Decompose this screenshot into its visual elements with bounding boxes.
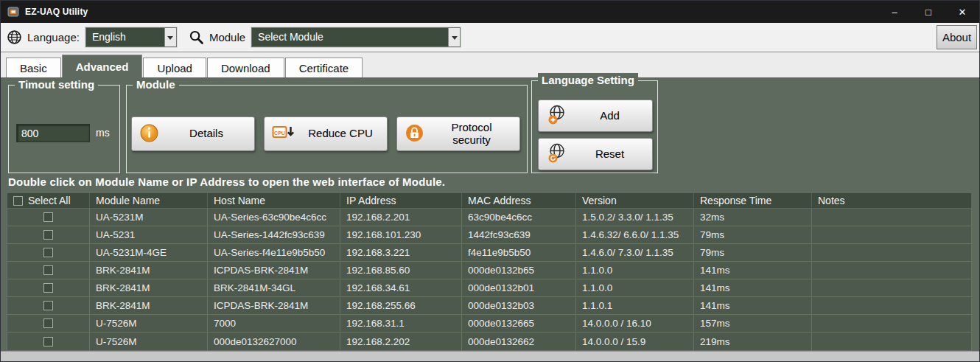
chevron-down-icon [448,28,460,46]
details-button[interactable]: Details [131,116,255,151]
module-name-cell[interactable]: BRK-2841M [90,279,208,296]
timeout-group-title: Timout setting [15,77,98,92]
module-name-cell[interactable]: UA-5231M [90,209,208,226]
mac-address-cell: 000de0132b01 [462,279,576,296]
row-checkbox[interactable] [43,319,53,328]
col-mac-address[interactable]: MAC Address [462,193,576,208]
toolbar: Language: English Module Select Module A… [1,23,979,52]
table-row: BRK-2841M ICPDAS-BRK-2841M 192.168.255.6… [7,297,971,315]
add-language-button-label: Add [575,110,645,122]
module-table-body: UA-5231M UA-Series-63c90be4c6cc 192.168.… [7,209,972,351]
row-checkbox[interactable] [43,248,53,257]
host-name-cell: UA-Series-1442fc93c639 [208,226,340,243]
host-name-cell: ICPDAS-BRK-2841M [208,297,340,314]
response-time-cell: 219ms [694,333,812,350]
response-time-cell: 141ms [694,279,812,296]
module-label: Module [209,31,245,43]
app-window: EZ-UAQ Utility – □ ✕ Language: English [0,0,980,362]
notes-cell [812,226,971,243]
tab-strip: Basic Advanced Upload Download Certifica… [1,52,979,77]
globe-reset-icon [546,142,568,166]
ip-address-cell[interactable]: 192.168.255.66 [340,297,462,314]
tab-advanced[interactable]: Advanced [62,55,143,77]
version-cell: 1.4.6.0/ 7.3.0/ 1.1.35 [576,244,694,261]
col-version[interactable]: Version [576,193,694,208]
row-checkbox[interactable] [43,301,53,310]
col-host-name[interactable]: Host Name [208,193,340,208]
col-notes[interactable]: Notes [812,193,971,208]
app-icon [7,5,20,18]
version-cell: 1.1.0.1 [576,297,694,314]
module-name-cell[interactable]: UA-5231M-4GE [90,244,208,261]
close-button[interactable]: ✕ [945,1,979,23]
table-row: UA-5231M UA-Series-63c90be4c6cc 192.168.… [7,209,971,226]
language-dropdown-value: English [86,28,164,46]
reset-language-button[interactable]: Reset [538,138,653,170]
module-name-cell[interactable]: UA-5231 [90,226,208,243]
table-row: UA-5231 UA-Series-1442fc93c639 192.168.1… [7,226,971,244]
response-time-cell: 141ms [694,297,812,314]
module-name-cell[interactable]: BRK-2841M [90,297,208,314]
tab-upload[interactable]: Upload [143,58,206,77]
timeout-input[interactable] [16,124,90,142]
col-ip-address[interactable]: IP Address [340,193,462,208]
ip-address-cell[interactable]: 192.168.34.61 [340,279,462,296]
module-group: Module Details CPU [126,85,528,173]
row-checkbox[interactable] [43,230,53,240]
maximize-button[interactable]: □ [911,1,945,23]
version-cell: 1.1.0.0 [576,262,694,279]
ip-address-cell[interactable]: 192.168.85.60 [340,262,462,279]
about-button[interactable]: About [937,25,977,49]
ip-address-cell[interactable]: 192.168.2.202 [340,333,462,350]
ip-address-cell[interactable]: 192.168.31.1 [340,315,462,332]
tab-certificate[interactable]: Certificate [285,58,363,77]
timeout-unit-label: ms [96,127,110,139]
horizontal-scrollbar[interactable] [1,351,979,361]
add-language-button[interactable]: Add [538,100,653,132]
row-checkbox[interactable] [43,212,53,222]
select-all-label: Select All [28,195,71,206]
response-time-cell: 157ms [694,315,812,332]
notes-cell [812,333,971,350]
row-checkbox[interactable] [43,265,53,275]
search-icon [189,29,204,45]
select-all-checkbox[interactable] [13,196,23,206]
table-header: Select All Module Name Host Name IP Addr… [7,192,972,209]
row-select-cell [7,297,90,314]
mac-address-cell: 000de0132b03 [462,297,576,314]
minimize-button[interactable]: – [878,1,911,23]
host-name-cell: UA-Series-63c90be4c6cc [208,209,340,226]
col-module-name[interactable]: Module Name [90,193,208,208]
ip-address-cell[interactable]: 192.168.2.201 [340,209,462,226]
ip-address-cell[interactable]: 192.168.3.221 [340,244,462,261]
version-cell: 1.4.6.32/ 6.6.0/ 1.1.35 [576,226,694,243]
module-name-cell[interactable]: U-7526M [90,315,208,332]
title-bar: EZ-UAQ Utility – □ ✕ [1,1,979,23]
language-group-title: Language Setting [538,73,638,88]
module-name-cell[interactable]: U-7526M [90,333,208,350]
notes-cell [812,315,971,332]
reduce-cpu-button-label: Reduce CPU [301,128,379,140]
chevron-down-icon [164,28,176,46]
row-checkbox[interactable] [43,337,53,347]
select-all-header[interactable]: Select All [7,193,90,208]
row-select-cell [7,279,90,296]
tab-basic[interactable]: Basic [6,58,61,77]
module-name-cell[interactable]: BRK-2841M [90,262,208,279]
table-row: UA-5231M-4GE UA-Series-f4e11e9b5b50 192.… [7,244,971,262]
row-checkbox[interactable] [43,283,53,293]
reduce-cpu-button[interactable]: CPU Reduce CPU [264,116,388,151]
notes-cell [812,262,971,279]
host-name-cell: 7000 [208,315,340,332]
module-dropdown[interactable]: Select Module [251,27,461,47]
ip-address-cell[interactable]: 192.168.101.230 [340,226,462,243]
tab-download[interactable]: Download [207,58,284,77]
protocol-security-button[interactable]: Protocol security [396,116,520,151]
globe-icon [7,29,22,45]
language-dropdown[interactable]: English [85,27,177,47]
version-cell: 14.0.0.0 / 16.10 [576,315,694,332]
notes-cell [812,244,971,261]
col-response-time[interactable]: Response Time [694,193,812,208]
mac-address-cell: 63c90be4c6cc [462,209,576,226]
info-ball-icon [139,123,159,145]
